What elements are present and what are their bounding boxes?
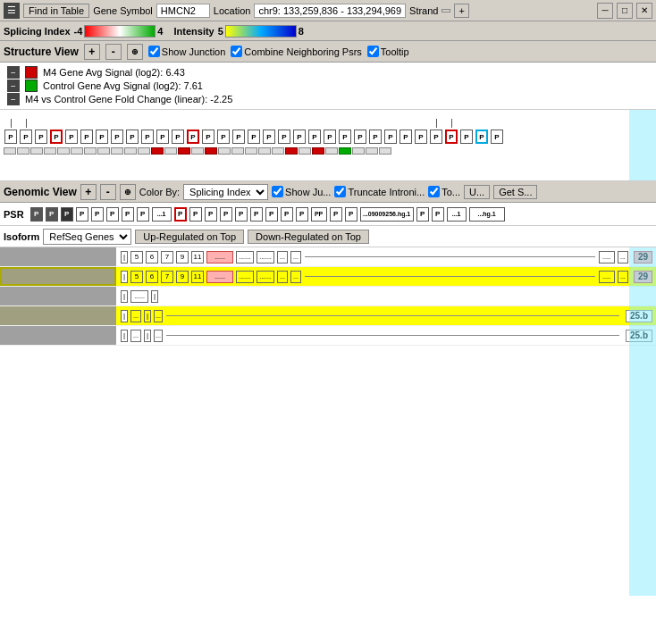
isoform-toolbar: Isoform RefSeq Genes Up-Regulated on Top… — [0, 226, 656, 247]
strand-value — [442, 9, 450, 13]
up-regulated-button[interactable]: Up-Regulated on Top — [135, 230, 244, 244]
fold-toggle-button[interactable]: − — [7, 93, 20, 105]
psr-block-highlighted: P — [475, 130, 488, 144]
isoform-track-3: | ...... | — [0, 287, 656, 306]
psr-genomic-block: P — [296, 207, 308, 222]
psr-block: P — [187, 130, 199, 144]
isoform-track-2: | 5 6 7 9 11 ...... ....... ....... ... … — [0, 267, 656, 287]
gene-symbol-value: HMCN2 — [156, 4, 210, 18]
iso-block: 7 — [161, 251, 173, 263]
menu-icon[interactable]: ☰ — [4, 3, 20, 19]
psr-genomic-block: P — [250, 207, 263, 222]
psr-genomic-block: P — [174, 207, 187, 222]
minimize-button[interactable]: ─ — [597, 3, 613, 19]
iso-block: ..... — [599, 251, 615, 263]
show-ju-checkbox[interactable] — [272, 186, 283, 197]
iso-block: 5 — [130, 271, 143, 283]
show-junction-checkbox[interactable] — [148, 46, 160, 57]
genomic-zoom-fit-button[interactable]: ⊕ — [120, 184, 136, 200]
restore-button[interactable]: □ — [617, 3, 633, 19]
truncate-label: Truncate Introni... — [348, 187, 425, 197]
m4-signal-line: − M4 Gene Avg Signal (log2): 6.43 — [7, 66, 649, 79]
zoom-fit-button[interactable]: ⊕ — [127, 44, 143, 60]
iso-block: 6 — [146, 251, 158, 263]
show-junction-checkbox-label[interactable]: Show Junction — [148, 46, 226, 57]
psr-block: P — [415, 130, 427, 144]
psr-block: P — [232, 130, 245, 144]
psr-genomic-block: P — [416, 207, 429, 222]
iso-block: | — [144, 330, 151, 342]
combine-label: Combine Neighboring Psrs — [244, 46, 361, 57]
find-in-table-button[interactable]: Find in Table — [23, 4, 89, 18]
psr-genomic-block: P — [220, 207, 232, 222]
gene-track-area: P P P P P P P P P P P P P P P P P P P P … — [0, 110, 656, 181]
psr-genomic-block: PP — [311, 207, 327, 222]
splicing-min-val: -4 — [74, 26, 83, 37]
top-toolbar: ☰ Find in Table Gene Symbol HMCN2 Locati… — [0, 0, 656, 21]
isoform-track-label-1 — [0, 247, 116, 266]
m4-toggle-button[interactable]: − — [7, 66, 20, 79]
show-junction-label: Show Junction — [162, 46, 226, 57]
psr-block: P — [399, 130, 412, 144]
genomic-zoom-out-button[interactable]: - — [100, 184, 116, 200]
truncate-checkbox-label[interactable]: Truncate Introni... — [334, 186, 425, 197]
iso-connector — [166, 335, 619, 336]
structure-view-title: Structure View — [4, 46, 79, 58]
iso-block: 9 — [176, 251, 189, 263]
genomic-view-title: Genomic View — [4, 186, 77, 198]
zoom-out-button[interactable]: - — [105, 44, 122, 60]
m4-signal-label: M4 Gene Avg Signal (log2): 6.43 — [43, 67, 185, 78]
structure-view-toolbar: Structure View + - ⊕ Show Junction Combi… — [0, 41, 656, 63]
iso-block: 7 — [161, 271, 173, 283]
psr-genomic-block: P — [91, 207, 104, 222]
psr-genomic-block: ...1 — [152, 207, 172, 222]
control-toggle-button[interactable]: − — [7, 79, 20, 92]
truncate-checkbox[interactable] — [334, 186, 346, 197]
psr-block: P — [430, 130, 442, 144]
spacer-area — [0, 346, 656, 596]
iso-block: ... — [290, 271, 301, 283]
cyan-highlight-column — [629, 110, 656, 180]
iso-block: ... — [277, 251, 288, 263]
iso-block: ....... — [257, 271, 274, 283]
iso-block: ... — [277, 271, 288, 283]
combine-checkbox-label[interactable]: Combine Neighboring Psrs — [231, 46, 361, 57]
show-ju-checkbox-label[interactable]: Show Ju... — [272, 186, 331, 197]
to-checkbox-label[interactable]: To... — [428, 186, 460, 197]
isoform-area: | 5 6 7 9 11 ...... ....... ....... ... … — [0, 247, 656, 346]
down-regulated-button[interactable]: Down-Regulated on Top — [248, 230, 369, 244]
psr-genomic-block: ...hg.1 — [469, 207, 505, 222]
zoom-in-button[interactable]: + — [84, 44, 100, 60]
psr-block: P — [35, 130, 47, 144]
color-by-select[interactable]: Splicing Index — [183, 184, 268, 200]
tooltip-checkbox-label[interactable]: Tooltip — [367, 46, 409, 57]
splicing-max-val: 4 — [157, 26, 163, 37]
iso-block: | — [121, 310, 128, 322]
combine-checkbox[interactable] — [231, 46, 242, 57]
close-button[interactable]: ✕ — [636, 3, 652, 19]
isoform-select[interactable]: RefSeq Genes — [43, 229, 131, 245]
get-s-button[interactable]: Get S... — [493, 185, 537, 199]
splicing-index-bar-container: -4 4 — [74, 25, 164, 38]
isoform-track-content-5: | ... | ... 25.b — [116, 326, 656, 345]
intensity-max-val: 8 — [299, 26, 304, 37]
isoform-track-4: | ... | ... 25.b — [0, 306, 656, 326]
tooltip-checkbox[interactable] — [367, 46, 379, 57]
isoform-track-content-1: | 5 6 7 9 11 ...... ....... ....... ... … — [116, 247, 656, 266]
genomic-zoom-in-button[interactable]: + — [80, 184, 97, 200]
isoform-track-content-2: | 5 6 7 9 11 ...... ....... ....... ... … — [116, 267, 656, 286]
strand-plus-button[interactable]: + — [454, 4, 468, 18]
splicing-index-label: Splicing Index — [4, 26, 71, 37]
iso-block: ... — [618, 251, 628, 263]
psr-block: P — [339, 130, 351, 144]
isoform-track-content-4: | ... | ... 25.b — [116, 306, 656, 325]
psr-block: P — [50, 130, 63, 144]
psr-genomic-block: P — [46, 207, 58, 222]
iso-block: 9 — [176, 271, 189, 283]
iso-block: ...... — [130, 290, 148, 303]
psr-block: P — [20, 130, 32, 144]
fold-signal-line: − M4 vs Control Gene Fold Change (linear… — [7, 93, 649, 105]
to-checkbox[interactable] — [428, 186, 440, 197]
iso-block: | — [151, 290, 158, 303]
u-button[interactable]: U... — [464, 185, 490, 199]
